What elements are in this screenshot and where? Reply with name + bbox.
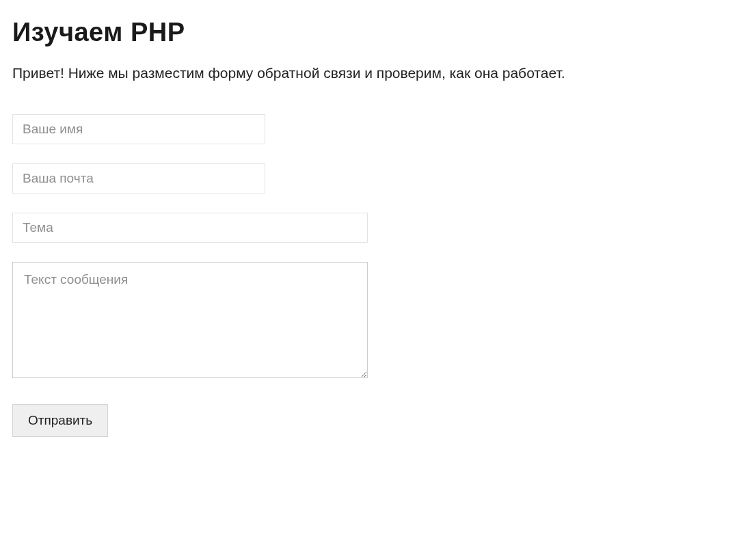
page-title: Изучаем PHP: [12, 18, 740, 47]
name-input[interactable]: [12, 114, 265, 144]
message-textarea[interactable]: [12, 262, 368, 378]
submit-button[interactable]: Отправить: [12, 404, 108, 437]
intro-text: Привет! Ниже мы разместим форму обратной…: [12, 65, 740, 81]
email-input[interactable]: [12, 163, 265, 194]
contact-form: Отправить: [12, 114, 740, 437]
subject-input[interactable]: [12, 213, 368, 243]
